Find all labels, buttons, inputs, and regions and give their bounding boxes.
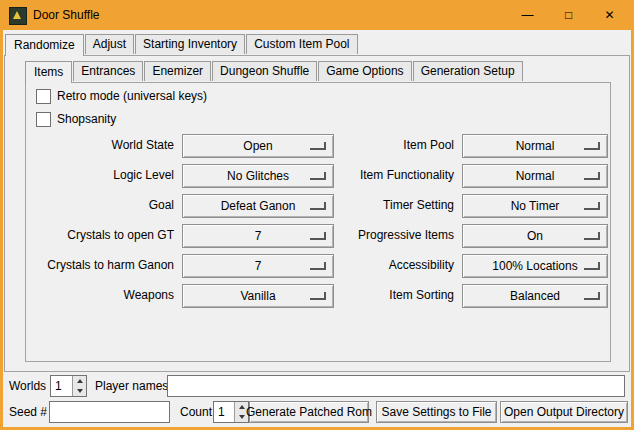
menu-indicator-icon [584,262,600,270]
sub-tab-bar: Items Entrances Enemizer Dungeon Shuffle… [25,60,524,83]
close-button[interactable]: ✕ [589,1,630,29]
count-value: 1 [218,405,225,419]
window-title: Door Shuffle [33,8,100,22]
crystals-ganon-label: Crystals to harm Ganon [26,254,174,276]
menu-indicator-icon [584,202,600,210]
worlds-spinbox[interactable]: 1 [50,375,87,397]
tab-starting-inventory[interactable]: Starting Inventory [135,34,245,54]
dropdown-value: Defeat Ganon [221,199,296,213]
arrow-up-icon [239,405,245,409]
item-pool-label: Item Pool [314,134,454,156]
title-bar[interactable]: Door Shuffle — □ ✕ [0,0,634,30]
count-spinbox[interactable]: 1 [213,401,249,423]
dropdown-value: No Glitches [227,169,289,183]
open-output-button[interactable]: Open Output Directory [500,401,628,423]
tab-items[interactable]: Items [25,61,72,83]
item-functionality-label: Item Functionality [314,164,454,186]
worlds-value: 1 [55,379,62,393]
retro-mode-label: Retro mode (universal keys) [57,89,207,103]
accessibility-dropdown[interactable]: 100% Locations [462,254,608,278]
app-window: Door Shuffle — □ ✕ Randomize Adjust Star… [0,0,634,430]
dropdown-value: On [527,229,543,243]
worlds-label: Worlds [9,375,46,397]
tab-randomize[interactable]: Randomize [5,34,84,56]
player-names-label: Player names [95,375,168,397]
arrow-up-icon [77,379,83,383]
menu-indicator-icon [584,232,600,240]
logic-level-dropdown[interactable]: No Glitches [182,164,334,188]
world-state-label: World State [26,134,174,156]
arrow-down-icon [239,415,245,419]
tab-generation-setup[interactable]: Generation Setup [413,61,523,81]
item-sorting-dropdown[interactable]: Balanced [462,284,608,308]
items-panel: Retro mode (universal keys) Shopsanity W… [25,82,611,362]
progressive-items-label: Progressive Items [314,224,454,246]
goal-dropdown[interactable]: Defeat Ganon [182,194,334,218]
dropdown-value: Normal [516,139,555,153]
randomize-panel: Items Entrances Enemizer Dungeon Shuffle… [4,55,630,372]
retro-mode-checkbox[interactable] [36,89,51,104]
window-controls: — □ ✕ [507,1,630,29]
shopsanity-checkbox[interactable] [36,112,51,127]
arrow-down-icon [77,389,83,393]
goal-label: Goal [26,194,174,216]
weapons-dropdown[interactable]: Vanilla [182,284,334,308]
crystals-gt-dropdown[interactable]: 7 [182,224,334,248]
app-icon [9,7,27,25]
shopsanity-label: Shopsanity [57,112,116,126]
menu-indicator-icon [584,142,600,150]
item-sorting-label: Item Sorting [314,284,454,306]
dropdown-value: Normal [516,169,555,183]
tab-entrances[interactable]: Entrances [73,61,143,81]
dropdown-value: Open [243,139,272,153]
count-label: Count [180,401,212,423]
crystals-gt-label: Crystals to open GT [26,224,174,246]
item-functionality-dropdown[interactable]: Normal [462,164,608,188]
menu-indicator-icon [584,172,600,180]
seed-input[interactable] [49,401,170,423]
menu-indicator-icon [584,292,600,300]
tab-enemizer[interactable]: Enemizer [144,61,211,81]
main-tab-bar: Randomize Adjust Starting Inventory Cust… [5,33,359,56]
player-names-input[interactable] [167,375,625,397]
retro-mode-row: Retro mode (universal keys) [36,88,207,104]
dropdown-value: No Timer [511,199,560,213]
worlds-spin-down-button[interactable] [72,386,86,396]
timer-setting-dropdown[interactable]: No Timer [462,194,608,218]
accessibility-label: Accessibility [314,254,454,276]
logic-level-label: Logic Level [26,164,174,186]
tab-custom-item-pool[interactable]: Custom Item Pool [246,34,357,54]
shopsanity-row: Shopsanity [36,111,116,127]
generate-rom-button[interactable]: Generate Patched Rom [249,401,369,423]
dropdown-value: 100% Locations [492,259,577,273]
item-pool-dropdown[interactable]: Normal [462,134,608,158]
progressive-items-dropdown[interactable]: On [462,224,608,248]
window-content: Randomize Adjust Starting Inventory Cust… [3,30,631,427]
triforce-icon [13,11,21,19]
minimize-button[interactable]: — [507,1,548,29]
timer-setting-label: Timer Setting [314,194,454,216]
save-settings-button[interactable]: Save Settings to File [376,401,497,423]
maximize-button[interactable]: □ [548,1,589,29]
tab-game-options[interactable]: Game Options [318,61,411,81]
seed-label: Seed # [9,401,47,423]
weapons-label: Weapons [26,284,174,306]
tab-dungeon-shuffle[interactable]: Dungeon Shuffle [212,61,317,81]
dropdown-value: Vanilla [240,289,275,303]
dropdown-value: 7 [255,229,262,243]
dropdown-value: Balanced [510,289,560,303]
crystals-ganon-dropdown[interactable]: 7 [182,254,334,278]
tab-adjust[interactable]: Adjust [85,34,134,54]
dropdown-value: 7 [255,259,262,273]
world-state-dropdown[interactable]: Open [182,134,334,158]
